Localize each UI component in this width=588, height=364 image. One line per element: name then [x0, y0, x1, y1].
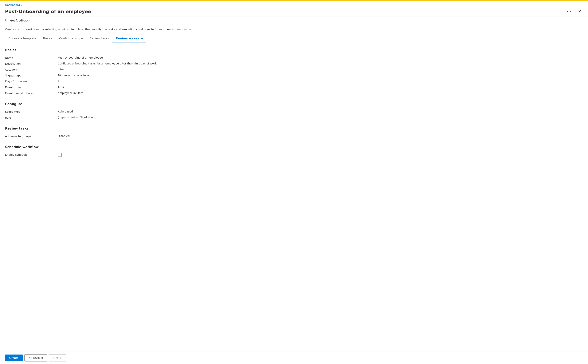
field-scope-type: Scope type Rule based: [5, 109, 583, 115]
field-rule: Rule (department eq 'Marketing'): [5, 115, 583, 121]
field-event-user-attribute-label: Event user attribute: [5, 91, 58, 95]
title-row: Post-Onboarding of an employee ··· ✕: [5, 8, 583, 16]
page-header: Dashboard › Post-Onboarding of an employ…: [0, 1, 588, 16]
ellipsis-button[interactable]: ···: [565, 8, 573, 14]
description-bar: Create custom workflows by selecting a b…: [0, 25, 588, 34]
feedback-bar: 🗨 Got feedback?: [0, 16, 588, 25]
configure-section-title: Configure: [5, 102, 583, 106]
field-add-user-to-groups-label: Add user to groups: [5, 134, 58, 138]
field-trigger-type-label: Trigger type: [5, 74, 58, 77]
field-event-timing-label: Event timing: [5, 85, 58, 89]
field-enable-schedule-label: Enable schedule: [5, 153, 58, 156]
field-days-from-event-value: 7: [58, 80, 59, 83]
title-actions: ··· ✕: [565, 8, 583, 14]
schedule-workflow-section-title: Schedule workflow: [5, 145, 583, 149]
basics-section-title: Basics: [5, 48, 583, 52]
feedback-icon: 🗨: [5, 19, 8, 23]
tab-review-create[interactable]: Review + create: [112, 34, 146, 43]
create-button[interactable]: Create: [5, 355, 23, 361]
breadcrumb-separator: ›: [21, 4, 22, 6]
tabs-container: Choose a template Basics Configure scope…: [0, 34, 588, 43]
field-name-label: Name: [5, 56, 58, 59]
field-name-value: Post-Onboarding of an employee: [58, 56, 103, 59]
field-category-label: Category: [5, 68, 58, 71]
breadcrumb-dashboard-link[interactable]: Dashboard: [5, 3, 20, 6]
field-category: Category Joiner: [5, 67, 583, 73]
field-name: Name Post-Onboarding of an employee: [5, 55, 583, 61]
field-add-user-to-groups: Add user to groups Disabled: [5, 133, 583, 139]
tab-review-tasks[interactable]: Review tasks: [86, 34, 112, 43]
page-title: Post-Onboarding of an employee: [5, 9, 91, 14]
field-category-value: Joiner: [58, 68, 65, 71]
enable-schedule-checkbox-container: [58, 153, 62, 157]
field-enable-schedule: Enable schedule: [5, 152, 583, 158]
field-event-timing-value: After: [58, 85, 64, 89]
next-button: Next >: [49, 354, 66, 362]
field-rule-value: (department eq 'Marketing'): [58, 116, 97, 119]
footer: Create < Previous Next >: [0, 351, 588, 364]
review-tasks-section-title: Review tasks: [5, 127, 583, 130]
field-description-label: Description: [5, 62, 58, 65]
field-description-value: Configure onboarding tasks for an employ…: [58, 62, 157, 65]
tab-configure-scope[interactable]: Configure scope: [56, 34, 86, 43]
learn-more-link[interactable]: Learn more ↗: [176, 28, 194, 31]
field-event-user-attribute-value: employeeHireDate: [58, 91, 84, 95]
basics-section: Basics Name Post-Onboarding of an employ…: [5, 48, 583, 96]
field-scope-type-value: Rule based: [58, 110, 73, 113]
field-add-user-to-groups-value: Disabled: [58, 134, 70, 137]
previous-button[interactable]: < Previous: [25, 354, 47, 362]
main-content: Basics Name Post-Onboarding of an employ…: [0, 43, 588, 185]
field-event-user-attribute: Event user attribute employeeHireDate: [5, 90, 583, 96]
feedback-link[interactable]: Got feedback?: [10, 19, 30, 22]
field-trigger-type: Trigger type Trigger and scope based: [5, 73, 583, 78]
field-trigger-type-value: Trigger and scope based: [58, 74, 91, 77]
description-text: Create custom workflows by selecting a b…: [5, 28, 175, 31]
schedule-workflow-section: Schedule workflow Enable schedule: [5, 145, 583, 158]
field-scope-type-label: Scope type: [5, 110, 58, 113]
review-tasks-section: Review tasks Add user to groups Disabled: [5, 127, 583, 139]
breadcrumb: Dashboard ›: [5, 3, 583, 6]
external-link-icon: ↗: [192, 28, 194, 31]
field-rule-label: Rule: [5, 116, 58, 119]
field-days-from-event-label: Days from event: [5, 80, 58, 83]
field-event-timing: Event timing After: [5, 84, 583, 90]
enable-schedule-checkbox[interactable]: [58, 153, 62, 157]
tab-choose-template[interactable]: Choose a template: [5, 34, 40, 43]
close-button[interactable]: ✕: [576, 8, 583, 14]
tab-basics[interactable]: Basics: [40, 34, 56, 43]
field-days-from-event: Days from event 7: [5, 78, 583, 84]
configure-section: Configure Scope type Rule based Rule (de…: [5, 102, 583, 121]
field-description: Description Configure onboarding tasks f…: [5, 61, 583, 67]
